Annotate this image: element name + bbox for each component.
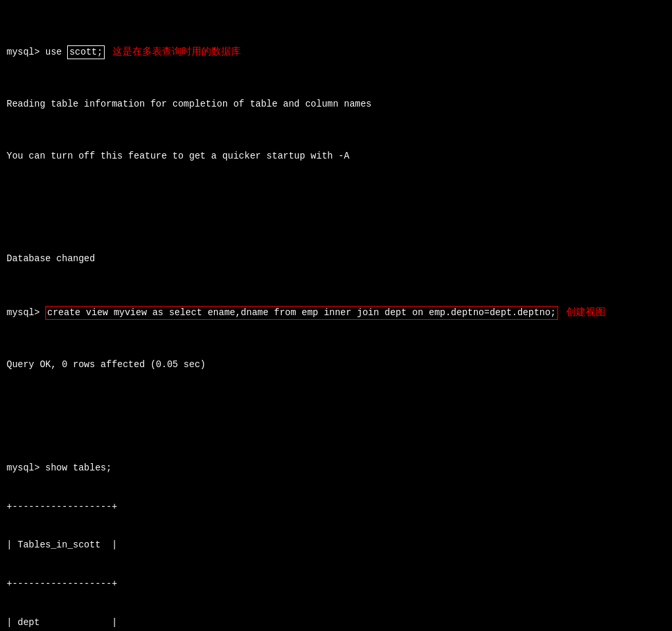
line-db-changed: Database changed [7,253,665,266]
line-border-2: +------------------+ [7,578,665,591]
line-border-1: +------------------+ [7,501,665,514]
prompt-1: mysql> [7,46,45,59]
line-turnoff: You can turn off this feature to get a q… [7,150,665,163]
prompt-2: mysql> [7,307,45,320]
cmd-use: use [45,46,68,59]
line-show-tables: mysql> show tables; [7,462,665,475]
annotation-create-view: 创建视图 [566,305,606,318]
line-header: | Tables_in_scott | [7,539,665,552]
create-view-cmd: create view myview as select ename,dname… [45,306,558,320]
terminal-window: mysql> use scott;这是在多表查询时用的数据库 Reading t… [7,5,665,631]
line-query-ok: Query OK, 0 rows affected (0.05 sec) [7,359,665,372]
line-dept: | dept | [7,617,665,630]
highlight-scott: scott; [67,45,104,60]
line-empty-2 [7,410,665,423]
line-empty-1 [7,201,665,215]
line-use-scott: mysql> use scott;这是在多表查询时用的数据库 [7,44,665,60]
line-create-view: mysql> create view myview as select enam… [7,305,665,320]
annotation-use-db: 这是在多表查询时用的数据库 [113,44,241,58]
line-reading: Reading table information for completion… [7,98,665,111]
